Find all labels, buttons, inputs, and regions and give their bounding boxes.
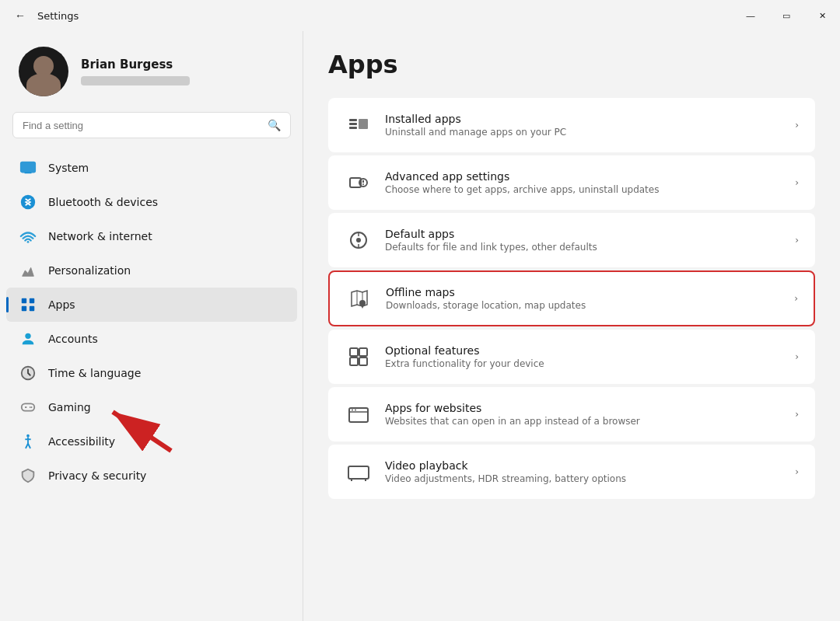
search-box[interactable]: 🔍 xyxy=(12,112,291,138)
svg-point-15 xyxy=(26,434,30,438)
accounts-icon xyxy=(19,330,37,348)
installed-apps-chevron: › xyxy=(795,120,799,131)
svg-rect-6 xyxy=(22,306,26,311)
settings-list: Installed apps Uninstall and manage apps… xyxy=(328,98,815,499)
offline-maps-icon xyxy=(345,284,373,312)
system-icon xyxy=(19,159,37,177)
setting-advanced-app[interactable]: Advanced app settings Choose where to ge… xyxy=(328,155,815,210)
sidebar-item-bluetooth[interactable]: Bluetooth & devices xyxy=(6,185,297,219)
svg-rect-39 xyxy=(359,358,367,365)
search-container: 🔍 xyxy=(0,112,303,151)
apps-icon xyxy=(19,295,37,314)
sidebar-item-time[interactable]: Time & language xyxy=(6,356,297,390)
svg-rect-24 xyxy=(359,119,368,129)
svg-point-14 xyxy=(31,406,33,408)
offline-maps-text: Offline maps Downloads, storage location… xyxy=(386,286,782,311)
optional-features-icon xyxy=(345,343,373,371)
sidebar-item-personalization[interactable]: Personalization xyxy=(6,253,297,288)
nav-list: System Bluetooth & devices xyxy=(0,151,303,493)
sidebar-item-network[interactable]: Network & internet xyxy=(6,219,297,253)
accessibility-icon xyxy=(19,432,37,451)
svg-rect-23 xyxy=(349,127,357,129)
svg-point-2 xyxy=(21,195,35,209)
sidebar-item-system[interactable]: System xyxy=(6,151,297,185)
user-section[interactable]: Brian Burgess xyxy=(0,31,303,112)
default-apps-icon xyxy=(345,226,373,254)
installed-apps-icon xyxy=(345,111,373,139)
user-name: Brian Burgess xyxy=(81,58,190,72)
installed-apps-desc: Uninstall and manage apps on your PC xyxy=(385,127,782,138)
search-input[interactable] xyxy=(23,120,261,131)
default-apps-title: Default apps xyxy=(385,228,782,240)
default-apps-desc: Defaults for file and link types, other … xyxy=(385,242,782,253)
sidebar-divider xyxy=(303,31,303,621)
advanced-app-text: Advanced app settings Choose where to ge… xyxy=(385,170,782,195)
svg-rect-38 xyxy=(350,358,358,365)
advanced-app-title: Advanced app settings xyxy=(385,170,782,183)
video-playback-desc: Video adjustments, HDR streaming, batter… xyxy=(385,473,782,484)
sidebar-label-apps: Apps xyxy=(48,298,75,311)
sidebar: Brian Burgess 🔍 xyxy=(0,31,303,493)
sidebar-label-bluetooth: Bluetooth & devices xyxy=(48,196,158,208)
setting-apps-websites[interactable]: Apps for websites Websites that can open… xyxy=(328,387,815,441)
network-icon xyxy=(19,227,37,246)
apps-websites-desc: Websites that can open in an app instead… xyxy=(385,416,782,427)
optional-features-desc: Extra functionality for your device xyxy=(385,358,782,369)
video-playback-icon xyxy=(345,458,373,486)
svg-point-43 xyxy=(355,410,356,411)
apps-websites-title: Apps for websites xyxy=(385,402,782,414)
optional-features-title: Optional features xyxy=(385,344,782,357)
optional-features-chevron: › xyxy=(795,351,799,362)
user-info: Brian Burgess xyxy=(81,58,190,85)
setting-optional-features[interactable]: Optional features Extra functionality fo… xyxy=(328,330,815,384)
video-playback-text: Video playback Video adjustments, HDR st… xyxy=(385,459,782,484)
default-apps-chevron: › xyxy=(795,235,799,246)
video-playback-title: Video playback xyxy=(385,459,782,472)
svg-rect-36 xyxy=(350,348,358,356)
time-icon xyxy=(19,364,37,382)
svg-rect-4 xyxy=(22,298,26,303)
personalization-icon xyxy=(19,261,37,280)
app-body: Brian Burgess 🔍 xyxy=(0,31,840,621)
advanced-app-desc: Choose where to get apps, archive apps, … xyxy=(385,184,782,195)
privacy-icon xyxy=(19,466,37,485)
sidebar-label-accessibility: Accessibility xyxy=(48,435,115,448)
offline-maps-desc: Downloads, storage location, map updates xyxy=(386,300,782,311)
bluetooth-icon xyxy=(19,193,37,211)
advanced-app-icon xyxy=(345,169,373,197)
setting-video-playback[interactable]: Video playback Video adjustments, HDR st… xyxy=(328,445,815,499)
svg-point-8 xyxy=(25,333,30,339)
setting-offline-maps[interactable]: Offline maps Downloads, storage location… xyxy=(328,270,815,326)
optional-features-text: Optional features Extra functionality fo… xyxy=(385,344,782,369)
offline-maps-chevron: › xyxy=(794,293,798,304)
setting-default-apps[interactable]: Default apps Defaults for file and link … xyxy=(328,213,815,267)
sidebar-label-gaming: Gaming xyxy=(48,401,91,413)
svg-point-13 xyxy=(30,406,31,408)
apps-websites-chevron: › xyxy=(795,409,799,420)
close-button[interactable]: ✕ xyxy=(804,0,840,31)
svg-point-35 xyxy=(359,300,366,306)
sidebar-item-apps[interactable]: Apps xyxy=(6,288,297,322)
svg-rect-7 xyxy=(30,306,34,311)
sidebar-label-privacy: Privacy & security xyxy=(48,469,146,482)
sidebar-label-system: System xyxy=(48,162,89,174)
apps-websites-text: Apps for websites Websites that can open… xyxy=(385,402,782,427)
window-controls: — ▭ ✕ xyxy=(733,0,840,31)
video-playback-chevron: › xyxy=(795,466,799,477)
titlebar: ← Settings — ▭ ✕ xyxy=(0,0,840,31)
svg-point-28 xyxy=(362,183,364,185)
svg-rect-0 xyxy=(21,162,35,173)
sidebar-item-accessibility[interactable]: Accessibility xyxy=(6,424,297,459)
sidebar-item-privacy[interactable]: Privacy & security xyxy=(6,459,297,493)
minimize-button[interactable]: — xyxy=(733,0,768,31)
sidebar-label-accounts: Accounts xyxy=(48,333,98,345)
svg-line-19 xyxy=(28,444,30,448)
back-button[interactable]: ← xyxy=(9,5,31,26)
window-title: Settings xyxy=(37,10,79,22)
svg-rect-21 xyxy=(349,119,357,121)
setting-installed-apps[interactable]: Installed apps Uninstall and manage apps… xyxy=(328,98,815,152)
maximize-button[interactable]: ▭ xyxy=(768,0,804,31)
sidebar-item-accounts[interactable]: Accounts xyxy=(6,322,297,356)
sidebar-item-gaming[interactable]: Gaming xyxy=(6,390,297,424)
user-email-blurred xyxy=(81,76,190,85)
